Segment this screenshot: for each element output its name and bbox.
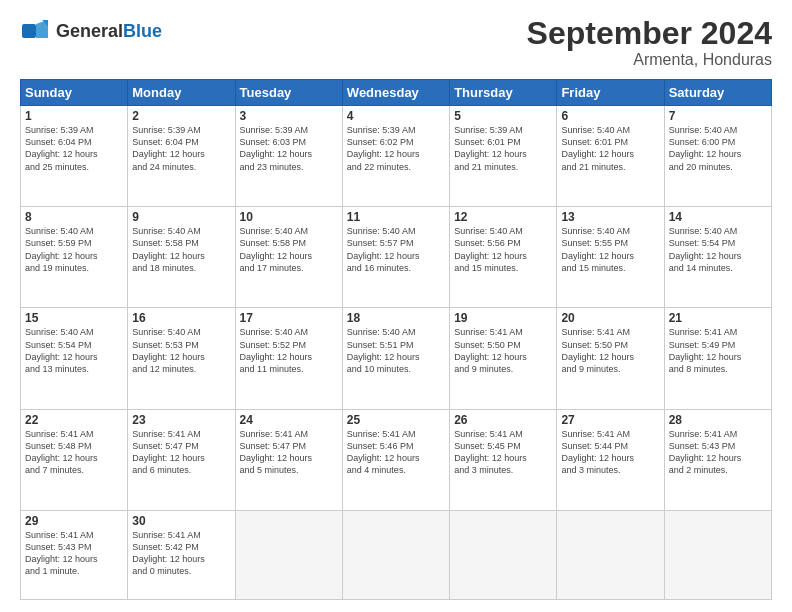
svg-rect-0 <box>22 24 36 38</box>
day-11: 11 Sunrise: 5:40 AMSunset: 5:57 PMDaylig… <box>342 207 449 308</box>
day-14: 14 Sunrise: 5:40 AMSunset: 5:54 PMDaylig… <box>664 207 771 308</box>
day-27: 27 Sunrise: 5:41 AMSunset: 5:44 PMDaylig… <box>557 409 664 510</box>
table-row: 15 Sunrise: 5:40 AMSunset: 5:54 PMDaylig… <box>21 308 772 409</box>
day-empty-4 <box>557 510 664 599</box>
col-sunday: Sunday <box>21 80 128 106</box>
day-24: 24 Sunrise: 5:41 AMSunset: 5:47 PMDaylig… <box>235 409 342 510</box>
day-28: 28 Sunrise: 5:41 AMSunset: 5:43 PMDaylig… <box>664 409 771 510</box>
month-year-title: September 2024 <box>527 16 772 51</box>
col-tuesday: Tuesday <box>235 80 342 106</box>
calendar-table: Sunday Monday Tuesday Wednesday Thursday… <box>20 79 772 600</box>
day-2: 2 Sunrise: 5:39 AMSunset: 6:04 PMDayligh… <box>128 106 235 207</box>
day-empty-2 <box>342 510 449 599</box>
col-monday: Monday <box>128 80 235 106</box>
table-row: 29 Sunrise: 5:41 AMSunset: 5:43 PMDaylig… <box>21 510 772 599</box>
day-23: 23 Sunrise: 5:41 AMSunset: 5:47 PMDaylig… <box>128 409 235 510</box>
day-5: 5 Sunrise: 5:39 AMSunset: 6:01 PMDayligh… <box>450 106 557 207</box>
day-25: 25 Sunrise: 5:41 AMSunset: 5:46 PMDaylig… <box>342 409 449 510</box>
day-4: 4 Sunrise: 5:39 AMSunset: 6:02 PMDayligh… <box>342 106 449 207</box>
day-empty-1 <box>235 510 342 599</box>
header: GeneralBlue September 2024 Armenta, Hond… <box>20 16 772 69</box>
logo-general: General <box>56 21 123 41</box>
day-15: 15 Sunrise: 5:40 AMSunset: 5:54 PMDaylig… <box>21 308 128 409</box>
day-13: 13 Sunrise: 5:40 AMSunset: 5:55 PMDaylig… <box>557 207 664 308</box>
day-8: 8 Sunrise: 5:40 AMSunset: 5:59 PMDayligh… <box>21 207 128 308</box>
table-row: 1 Sunrise: 5:39 AMSunset: 6:04 PMDayligh… <box>21 106 772 207</box>
calendar-header-row: Sunday Monday Tuesday Wednesday Thursday… <box>21 80 772 106</box>
day-12: 12 Sunrise: 5:40 AMSunset: 5:56 PMDaylig… <box>450 207 557 308</box>
col-wednesday: Wednesday <box>342 80 449 106</box>
day-22: 22 Sunrise: 5:41 AMSunset: 5:48 PMDaylig… <box>21 409 128 510</box>
table-row: 8 Sunrise: 5:40 AMSunset: 5:59 PMDayligh… <box>21 207 772 308</box>
day-18: 18 Sunrise: 5:40 AMSunset: 5:51 PMDaylig… <box>342 308 449 409</box>
location-subtitle: Armenta, Honduras <box>527 51 772 69</box>
logo-blue: Blue <box>123 21 162 41</box>
day-19: 19 Sunrise: 5:41 AMSunset: 5:50 PMDaylig… <box>450 308 557 409</box>
day-26: 26 Sunrise: 5:41 AMSunset: 5:45 PMDaylig… <box>450 409 557 510</box>
logo-icon <box>20 16 52 48</box>
day-17: 17 Sunrise: 5:40 AMSunset: 5:52 PMDaylig… <box>235 308 342 409</box>
table-row: 22 Sunrise: 5:41 AMSunset: 5:48 PMDaylig… <box>21 409 772 510</box>
col-saturday: Saturday <box>664 80 771 106</box>
day-6: 6 Sunrise: 5:40 AMSunset: 6:01 PMDayligh… <box>557 106 664 207</box>
day-16: 16 Sunrise: 5:40 AMSunset: 5:53 PMDaylig… <box>128 308 235 409</box>
day-10: 10 Sunrise: 5:40 AMSunset: 5:58 PMDaylig… <box>235 207 342 308</box>
logo: GeneralBlue <box>20 16 162 48</box>
day-1: 1 Sunrise: 5:39 AMSunset: 6:04 PMDayligh… <box>21 106 128 207</box>
day-20: 20 Sunrise: 5:41 AMSunset: 5:50 PMDaylig… <box>557 308 664 409</box>
title-block: September 2024 Armenta, Honduras <box>527 16 772 69</box>
day-7: 7 Sunrise: 5:40 AMSunset: 6:00 PMDayligh… <box>664 106 771 207</box>
col-thursday: Thursday <box>450 80 557 106</box>
calendar-body: 1 Sunrise: 5:39 AMSunset: 6:04 PMDayligh… <box>21 106 772 600</box>
day-empty-5 <box>664 510 771 599</box>
day-30: 30 Sunrise: 5:41 AMSunset: 5:42 PMDaylig… <box>128 510 235 599</box>
day-empty-3 <box>450 510 557 599</box>
col-friday: Friday <box>557 80 664 106</box>
day-29: 29 Sunrise: 5:41 AMSunset: 5:43 PMDaylig… <box>21 510 128 599</box>
day-3: 3 Sunrise: 5:39 AMSunset: 6:03 PMDayligh… <box>235 106 342 207</box>
day-21: 21 Sunrise: 5:41 AMSunset: 5:49 PMDaylig… <box>664 308 771 409</box>
day-9: 9 Sunrise: 5:40 AMSunset: 5:58 PMDayligh… <box>128 207 235 308</box>
page: GeneralBlue September 2024 Armenta, Hond… <box>0 0 792 612</box>
